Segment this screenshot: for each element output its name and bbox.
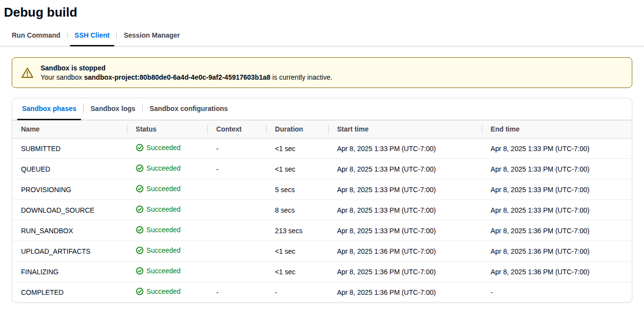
phase-name: DOWNLOAD_SOURCE — [12, 200, 127, 221]
phase-context — [207, 179, 266, 200]
phase-status: Succeeded — [127, 200, 208, 221]
column-header-status: Status — [127, 120, 208, 138]
phase-status: Succeeded — [127, 282, 208, 303]
check-circle-icon — [136, 164, 144, 172]
phase-duration: <1 sec — [266, 241, 328, 262]
phase-end-time: Apr 8, 2025 1:33 PM (UTC-7:00) — [482, 138, 632, 159]
phase-start-time: Apr 8, 2025 1:36 PM (UTC-7:00) — [328, 262, 482, 282]
alert-message-prefix: Your sandbox — [41, 73, 84, 81]
phase-duration: - — [266, 282, 328, 303]
phase-end-time: Apr 8, 2025 1:36 PM (UTC-7:00) — [482, 241, 632, 262]
status-badge: Succeeded — [136, 205, 181, 213]
tab-session-manager[interactable]: Session Manager — [117, 27, 187, 46]
phase-end-time: Apr 8, 2025 1:33 PM (UTC-7:00) — [482, 200, 632, 221]
tab-ssh-client[interactable]: SSH Client — [68, 27, 117, 46]
status-badge: Succeeded — [136, 164, 181, 172]
tab-sandbox-phases-label: Sandbox phases — [22, 105, 76, 112]
check-circle-icon — [136, 205, 144, 213]
phase-start-time: Apr 8, 2025 1:33 PM (UTC-7:00) — [328, 159, 482, 179]
alert-message: Your sandbox sandbox-project:80b80de0-6a… — [41, 73, 332, 81]
table-row: UPLOAD_ARTIFACTS Succeeded <1 sec Apr 8,… — [12, 241, 632, 262]
phase-duration: 213 secs — [266, 221, 328, 241]
phase-name: FINALIZING — [12, 262, 127, 282]
tab-sandbox-configurations-label: Sandbox configurations — [150, 105, 228, 112]
table-row: FINALIZING Succeeded <1 sec Apr 8, 2025 … — [12, 262, 632, 282]
phase-duration: 8 secs — [266, 200, 328, 221]
phase-start-time: Apr 8, 2025 1:36 PM (UTC-7:00) — [328, 241, 482, 262]
alert-message-suffix: is currently inactive. — [270, 73, 332, 81]
table-row: COMPLETED Succeeded - - Apr 8, 2025 1:36… — [12, 282, 632, 303]
status-label: Succeeded — [147, 226, 181, 234]
tab-sandbox-logs[interactable]: Sandbox logs — [84, 98, 142, 120]
tab-run-command[interactable]: Run Command — [5, 27, 67, 46]
phases-table-body: SUBMITTED Succeeded - <1 sec Apr 8, 2025… — [12, 138, 632, 303]
tab-session-manager-label: Session Manager — [124, 31, 180, 39]
warning-triangle-icon — [21, 66, 34, 79]
debug-build-tabs: Run Command SSH Client Session Manager — [0, 27, 644, 46]
phase-duration: <1 sec — [266, 159, 328, 179]
column-header-start-time: Start time — [328, 120, 482, 138]
phase-duration: <1 sec — [266, 138, 328, 159]
status-badge: Succeeded — [136, 185, 181, 193]
alert-title: Sandbox is stopped — [41, 64, 332, 72]
tab-ssh-client-label: SSH Client — [75, 31, 110, 39]
phase-start-time: Apr 8, 2025 1:33 PM (UTC-7:00) — [328, 200, 482, 221]
table-row: SUBMITTED Succeeded - <1 sec Apr 8, 2025… — [12, 138, 632, 159]
sandbox-stopped-alert: Sandbox is stopped Your sandbox sandbox-… — [12, 57, 632, 88]
table-row: DOWNLOAD_SOURCE Succeeded 8 secs Apr 8, … — [12, 200, 632, 221]
phase-name: PROVISIONING — [12, 179, 127, 200]
phase-context: - — [207, 138, 266, 159]
phase-status: Succeeded — [127, 262, 208, 282]
phases-table: Name Status Context Duration Start time … — [12, 120, 632, 302]
table-row: PROVISIONING Succeeded 5 secs Apr 8, 202… — [12, 179, 632, 200]
column-header-end-time: End time — [482, 120, 632, 138]
phase-duration: <1 sec — [266, 262, 328, 282]
phase-end-time: Apr 8, 2025 1:36 PM (UTC-7:00) — [482, 262, 632, 282]
phase-start-time: Apr 8, 2025 1:33 PM (UTC-7:00) — [328, 138, 482, 159]
check-circle-icon — [136, 185, 144, 193]
phase-start-time: Apr 8, 2025 1:36 PM (UTC-7:00) — [328, 282, 482, 303]
phase-context: - — [207, 282, 266, 303]
table-row: RUN_SANDBOX Succeeded 213 secs Apr 8, 20… — [12, 221, 632, 241]
phases-table-header: Name Status Context Duration Start time … — [12, 120, 632, 138]
phase-name: UPLOAD_ARTIFACTS — [12, 241, 127, 262]
phase-end-time: - — [482, 282, 632, 303]
phase-context — [207, 200, 266, 221]
phase-context — [207, 241, 266, 262]
phase-end-time: Apr 8, 2025 1:36 PM (UTC-7:00) — [482, 221, 632, 241]
phase-name: COMPLETED — [12, 282, 127, 303]
phase-status: Succeeded — [127, 159, 208, 179]
tab-sandbox-logs-label: Sandbox logs — [90, 105, 135, 112]
table-row: QUEUED Succeeded - <1 sec Apr 8, 2025 1:… — [12, 159, 632, 179]
sandbox-panel-tabs: Sandbox phases Sandbox logs Sandbox conf… — [12, 98, 632, 120]
status-badge: Succeeded — [136, 144, 181, 152]
phase-start-time: Apr 8, 2025 1:33 PM (UTC-7:00) — [328, 221, 482, 241]
column-header-context: Context — [207, 120, 266, 138]
tab-sandbox-phases[interactable]: Sandbox phases — [15, 98, 83, 120]
debug-build-page: Debug build Run Command SSH Client Sessi… — [0, 0, 644, 308]
alert-body: Sandbox is stopped Your sandbox sandbox-… — [41, 64, 332, 81]
phase-start-time: Apr 8, 2025 1:33 PM (UTC-7:00) — [328, 179, 482, 200]
check-circle-icon — [136, 287, 144, 295]
sandbox-id: sandbox-project:80b80de0-6a4d-4e0c-9af2-… — [84, 73, 270, 81]
tab-sandbox-configurations[interactable]: Sandbox configurations — [143, 98, 235, 120]
phase-context — [207, 262, 266, 282]
status-label: Succeeded — [147, 287, 181, 295]
check-circle-icon — [136, 267, 144, 275]
phase-end-time: Apr 8, 2025 1:33 PM (UTC-7:00) — [482, 179, 632, 200]
status-label: Succeeded — [147, 246, 181, 254]
tab-run-command-label: Run Command — [12, 31, 61, 39]
status-label: Succeeded — [147, 185, 181, 193]
status-label: Succeeded — [147, 205, 181, 213]
page-title: Debug build — [0, 0, 644, 27]
phase-status: Succeeded — [127, 241, 208, 262]
status-label: Succeeded — [147, 164, 181, 172]
column-header-name: Name — [12, 120, 127, 138]
status-label: Succeeded — [147, 267, 181, 275]
column-header-duration: Duration — [266, 120, 328, 138]
phase-context: - — [207, 159, 266, 179]
phase-end-time: Apr 8, 2025 1:33 PM (UTC-7:00) — [482, 159, 632, 179]
status-badge: Succeeded — [136, 246, 181, 254]
phase-status: Succeeded — [127, 179, 208, 200]
check-circle-icon — [136, 226, 144, 234]
